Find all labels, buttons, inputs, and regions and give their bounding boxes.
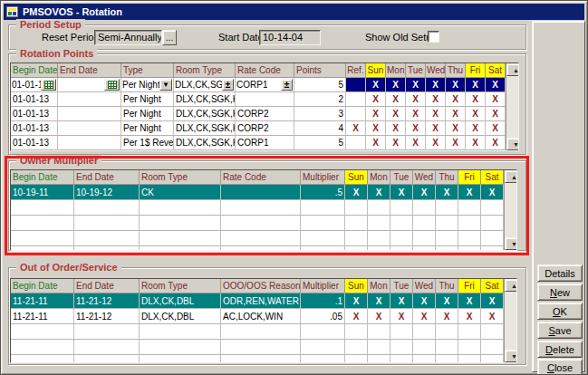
grid-cell[interactable]: [413, 355, 436, 363]
grid-cell[interactable]: .5: [301, 185, 345, 200]
grid-cell[interactable]: [140, 216, 221, 231]
grid-cell[interactable]: X: [406, 121, 426, 136]
grid-cell[interactable]: X: [446, 121, 466, 136]
grid-cell[interactable]: 2: [294, 92, 346, 107]
grid-cell[interactable]: [413, 324, 436, 340]
grid-cell[interactable]: [390, 216, 413, 231]
scroll-down-button[interactable]: ▼: [505, 237, 517, 250]
grid-cell[interactable]: 3: [294, 107, 346, 121]
grid-cell[interactable]: [58, 92, 121, 107]
grid-cell[interactable]: X: [345, 293, 368, 309]
grid-cell[interactable]: X: [406, 78, 426, 92]
show-old-setup-checkbox[interactable]: [428, 31, 439, 43]
grid-cell[interactable]: Per Night: [121, 107, 174, 121]
grid-cell[interactable]: X: [366, 136, 386, 150]
grid-cell[interactable]: [413, 246, 436, 251]
start-date-field[interactable]: 10-14-04: [259, 30, 321, 45]
grid-cell[interactable]: [390, 340, 413, 355]
grid-cell[interactable]: [58, 78, 121, 92]
grid-cell[interactable]: X: [386, 136, 406, 150]
grid-cell[interactable]: X: [368, 293, 390, 309]
grid-cell[interactable]: X: [481, 185, 504, 200]
grid-cell[interactable]: X: [366, 121, 386, 136]
grid-cell[interactable]: [221, 324, 301, 340]
grid-cell[interactable]: [58, 121, 121, 136]
grid-cell[interactable]: [221, 355, 301, 363]
grid-cell[interactable]: 11-21-12: [74, 309, 140, 324]
grid-cell[interactable]: 11-21-12: [74, 293, 140, 309]
grid-cell[interactable]: [74, 216, 140, 231]
grid-cell[interactable]: [221, 185, 301, 200]
grid-cell[interactable]: X: [466, 92, 486, 107]
grid-cell[interactable]: 01-01-13: [11, 107, 58, 121]
grid-cell[interactable]: X: [446, 78, 466, 92]
grid-cell[interactable]: [345, 231, 368, 246]
grid-cell[interactable]: [436, 355, 458, 363]
grid-cell[interactable]: CORP1: [236, 136, 294, 150]
grid-cell[interactable]: [368, 216, 390, 231]
grid-cell[interactable]: [221, 216, 301, 231]
grid-cell[interactable]: X: [426, 92, 446, 107]
grid-cell[interactable]: DLX,CK,DBL: [140, 293, 221, 309]
grid-cell[interactable]: [413, 231, 436, 246]
grid-cell[interactable]: X: [426, 78, 446, 92]
grid-cell[interactable]: [74, 355, 140, 363]
grid-cell[interactable]: Per 1$ Revenu: [121, 136, 174, 150]
grid-cell[interactable]: .1: [301, 293, 345, 309]
grid-cell[interactable]: X: [458, 309, 481, 324]
list-of-values-button[interactable]: ±: [222, 79, 234, 91]
grid-cell[interactable]: X: [426, 121, 446, 136]
grid-cell[interactable]: 01-01-13: [11, 78, 58, 92]
scroll-down-button[interactable]: ▼: [505, 350, 517, 362]
reset-period-ellipsis-button[interactable]: ...: [162, 30, 177, 45]
grid-cell[interactable]: X: [368, 185, 390, 200]
grid-cell[interactable]: [458, 340, 481, 355]
grid-cell[interactable]: [345, 324, 368, 340]
grid-cell[interactable]: [458, 246, 481, 251]
grid-cell[interactable]: [390, 246, 413, 251]
grid-cell[interactable]: DLX,CK,SGI±: [174, 78, 236, 92]
grid-cell[interactable]: [481, 246, 504, 251]
ok-button[interactable]: OK: [537, 303, 583, 320]
grid-cell[interactable]: 10-19-11: [11, 185, 74, 200]
grid-cell[interactable]: CORP2: [236, 107, 294, 121]
grid-cell[interactable]: [11, 324, 74, 340]
grid-cell[interactable]: [390, 200, 413, 216]
grid-cell[interactable]: X: [486, 121, 506, 136]
grid-cell[interactable]: [436, 246, 458, 251]
grid-cell[interactable]: X: [345, 185, 368, 200]
grid-cell[interactable]: [345, 200, 368, 216]
grid-cell[interactable]: X: [436, 185, 458, 200]
grid-cell[interactable]: [413, 200, 436, 216]
grid-cell[interactable]: X: [386, 78, 406, 92]
grid-cell[interactable]: X: [390, 309, 413, 324]
grid-cell[interactable]: X: [386, 107, 406, 121]
grid-cell[interactable]: [11, 246, 74, 251]
reset-period-field[interactable]: Semi-Annually: [94, 30, 162, 45]
close-button[interactable]: Close: [537, 359, 583, 375]
grid-cell[interactable]: X: [481, 293, 504, 309]
grid-cell[interactable]: [368, 231, 390, 246]
grid-cell[interactable]: [58, 136, 121, 150]
grid-cell[interactable]: [368, 246, 390, 251]
grid-cell[interactable]: [221, 246, 301, 251]
delete-button[interactable]: Delete: [537, 341, 583, 358]
grid-cell[interactable]: [301, 231, 345, 246]
grid-cell[interactable]: DLX,CK,SGK,K(: [174, 92, 236, 107]
grid-cell[interactable]: 5: [294, 78, 346, 92]
grid-cell[interactable]: X: [486, 92, 506, 107]
grid-cell[interactable]: X: [386, 121, 406, 136]
grid-cell[interactable]: X: [406, 92, 426, 107]
grid-cell[interactable]: X: [446, 92, 466, 107]
grid-cell[interactable]: DLX,CK,SGK,K(: [174, 107, 236, 121]
grid-cell[interactable]: Per Night: [121, 92, 174, 107]
grid-cell[interactable]: X: [426, 107, 446, 121]
grid-cell[interactable]: Per Night: [121, 121, 174, 136]
grid-cell[interactable]: CK: [140, 185, 221, 200]
grid-cell[interactable]: X: [458, 293, 481, 309]
grid-cell[interactable]: [301, 216, 345, 231]
grid-cell[interactable]: [390, 355, 413, 363]
grid-cell[interactable]: [345, 355, 368, 363]
grid-cell[interactable]: X: [406, 107, 426, 121]
grid-cell[interactable]: [301, 324, 345, 340]
